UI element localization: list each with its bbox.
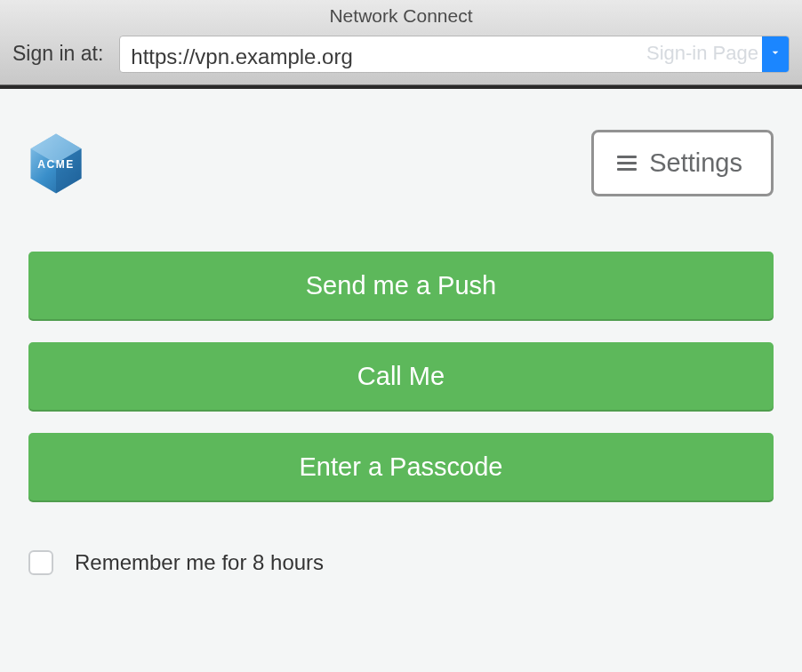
sign-in-toolbar: Sign in at: Sign-in Page <box>0 32 802 85</box>
settings-button-label: Settings <box>649 148 742 178</box>
chevron-down-icon <box>768 45 782 63</box>
brand-logo-text: ACME <box>37 158 74 171</box>
sign-in-label: Sign in at: <box>12 42 103 66</box>
url-field-wrap: Sign-in Page <box>119 36 790 73</box>
auth-actions: Send me a Push Call Me Enter a Passcode <box>28 252 774 500</box>
brand-logo: ACME <box>28 132 84 195</box>
url-dropdown-button[interactable] <box>762 36 789 72</box>
remember-row: Remember me for 8 hours <box>28 550 774 575</box>
send-push-button[interactable]: Send me a Push <box>28 252 774 319</box>
main-panel: ACME Settings Send me a Push Call Me Ent… <box>0 89 802 672</box>
settings-button[interactable]: Settings <box>591 130 774 196</box>
call-me-button[interactable]: Call Me <box>28 342 774 410</box>
menu-icon <box>617 156 637 172</box>
header-row: ACME Settings <box>28 130 774 196</box>
sign-in-page-hint: Sign-in Page <box>646 36 758 72</box>
window-title: Network Connect <box>0 0 802 32</box>
remember-checkbox[interactable] <box>28 550 53 575</box>
enter-passcode-button[interactable]: Enter a Passcode <box>28 433 774 500</box>
remember-label: Remember me for 8 hours <box>75 550 324 575</box>
